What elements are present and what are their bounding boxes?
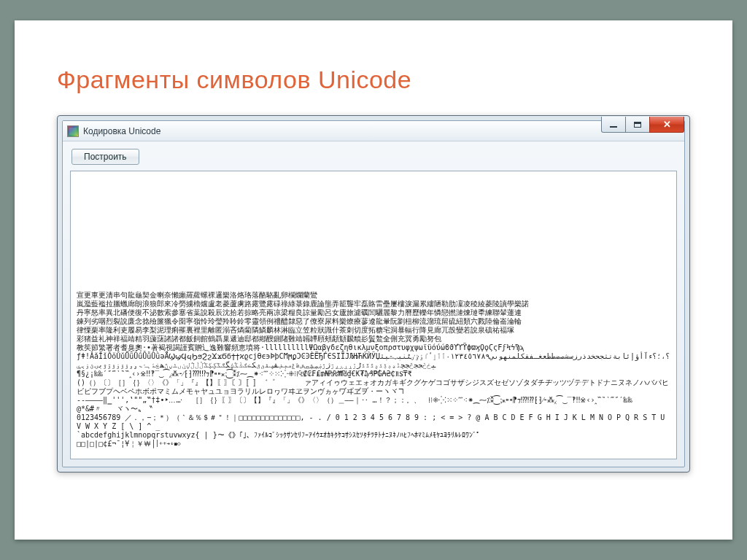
- dotted-row: [77, 217, 672, 221]
- dotted-row: [77, 240, 672, 244]
- content-panel: 宣更車更清串句龍龜契金喇奈懶癩羅蘿螺裸邏樂洛烙珞落酪駱亂卵欄爛蘭鸞嵐濫藍襤拉臘蠟…: [70, 171, 677, 459]
- maximize-icon: [634, 122, 641, 128]
- minimize-icon: [610, 126, 617, 128]
- build-button[interactable]: Построить: [71, 149, 139, 165]
- dotted-rows: [77, 176, 672, 279]
- slide-container: Фрагменты символов Unicode Кодировка Uni…: [15, 20, 732, 540]
- dotted-row: [77, 263, 672, 268]
- dotted-row: [77, 257, 672, 262]
- unicode-line: 教笶節繁署者耆臭奧·•著褐視謁謹賓贈辶逸難響頻恵墳将·llllllllllΨΩα…: [77, 343, 672, 352]
- close-button[interactable]: ✕: [649, 117, 684, 133]
- dotted-row: [77, 211, 672, 215]
- dotted-row: [77, 275, 672, 279]
- dotted-row: [77, 182, 672, 186]
- dotted-row: [77, 199, 672, 203]
- dotted-row: [77, 222, 672, 227]
- unicode-line: ¶§¿¡‰‱′″‴‵‶‷‸‹›※‼‽‾‿⁀⁁⁂⁃⁄⁅⁆⁇⁈⁉⁊⁋⁌⁍⁎⁏⁐⁑⁒⁓…: [77, 370, 672, 378]
- maximize-button[interactable]: [625, 117, 650, 133]
- window-outer-border: Кодировка Unicode ✕ Построить: [57, 115, 690, 472]
- unicode-line: ()（）〔〕［］｛｝〈〉《》「」『』【】〖〗〘〙〚〛゛゜ゝゞゟ゠ァアィイゥウェエ…: [77, 378, 672, 396]
- unicode-line: □□|□|□¢£¬¯¦¥￤￥￦│￨￩￪￫￬￭￮: [77, 440, 672, 448]
- dotted-row: [77, 228, 672, 233]
- slide-title: Фрагменты символов Unicode: [57, 66, 411, 94]
- dotted-row: [77, 269, 672, 273]
- content-scroll[interactable]: 宣更車更清串句龍龜契金喇奈懶癩羅蘿螺裸邏樂洛烙珞落酪駱亂卵欄爛蘭鸞嵐濫藍襤拉臘蠟…: [71, 171, 676, 459]
- close-icon: ✕: [663, 119, 671, 130]
- dotted-row: [77, 252, 672, 256]
- unicode-line: 鍊列劣咽烈裂說廉念捻殮簾獵令囹寧嶺怜玲瑩羚聆鈴零靈領例禮醴隸惡了僚寮尿料樂燎療蓼…: [77, 317, 672, 326]
- window-controls: ✕: [602, 117, 684, 133]
- window-title: Кодировка Unicode: [83, 126, 160, 136]
- unicode-text-block: 宣更車更清串句龍龜契金喇奈懶癩羅蘿螺裸邏樂洛烙珞落酪駱亂卵欄爛蘭鸞嵐濫藍襤拉臘蠟…: [77, 282, 672, 448]
- unicode-line: 0123456789 ／．，−；＊）（｀＆％＄＃＂！｜□□□□□□□□□□□□□…: [77, 413, 672, 431]
- app-icon: [67, 125, 79, 137]
- unicode-line: ƒǂǃǍǎǏǐǑǒǓǔǕǖǗǘǙǚǛǜǝǞϢϣϤϥϦϧϨϩϪϫϬϭϮϯϰϱϲϳϴ…: [77, 352, 672, 370]
- toolbar: Построить: [63, 141, 684, 169]
- window-frame: Кодировка Unicode ✕ Построить: [62, 120, 685, 467]
- unicode-line: 宣更車更清串句龍龜契金喇奈懶癩羅蘿螺裸邏樂洛烙珞落酪駱亂卵欄爛蘭鸞: [77, 282, 672, 300]
- window-titlebar[interactable]: Кодировка Unicode ✕: [63, 121, 684, 141]
- dotted-row: [77, 205, 672, 209]
- dotted-row: [77, 246, 672, 250]
- unicode-line: 彩猪益礼神祥福靖精羽蘐藷諸諸都飯飼館鶴聶巢遞迪邸都鄕醙鉶陼難靖韛韠頋頰頿顦飜馩髟…: [77, 335, 672, 343]
- minimize-button[interactable]: [601, 117, 626, 133]
- unicode-line: ‐‑‒–—―‖‗'''‚‛""„‟†‡•‣․‥…‧ ‪‫‬‭‮ ‰‱′″‴‵‶‷…: [77, 396, 672, 413]
- unicode-line: 律慄栗率隆利吏履易李梨泥理痢罹裏裡里離匿溺吝燐藺隣鱗麟林淋臨立笠粒狀識什茶刺切度…: [77, 326, 672, 335]
- dotted-row: [77, 187, 672, 192]
- dotted-row: [77, 176, 672, 180]
- dotted-row: [77, 234, 672, 238]
- unicode-line: 丹寧怒率異北磻便復不泌數索參塞省葉說殺辰沈拾若掠略亮兩凉梁糧良諒量勵呂女廬旅濾礪…: [77, 308, 672, 317]
- unicode-line: `abcdefghijklmnopqrstuvwxyz{ | }〜《》｢｣、ﾌｧ…: [77, 431, 672, 440]
- dotted-row: [77, 193, 672, 198]
- unicode-line: 嵐濫藍襤拉臘蠟廊朗浪狼郎來冷勞擄櫓爐盧老菱蘆虜路露鷺露碌祿綠菉錄鹿論壟弄籠聾牢磊…: [77, 300, 672, 308]
